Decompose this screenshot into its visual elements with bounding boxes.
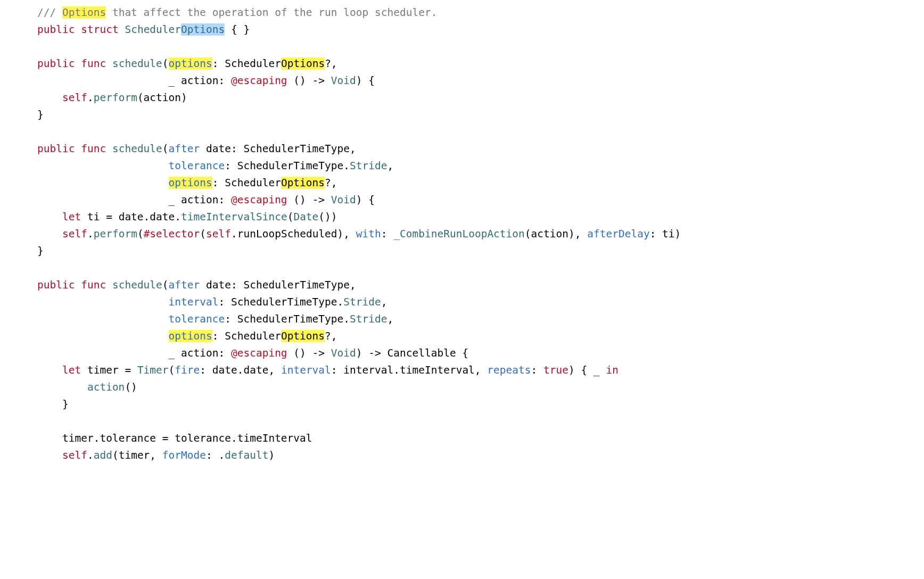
fn-schedule: schedule xyxy=(112,57,162,70)
kw-self: self xyxy=(62,228,87,240)
type-void: Void xyxy=(331,194,356,206)
param-repeats: repeats xyxy=(487,364,531,376)
fn-schedule: schedule xyxy=(112,279,162,291)
param-with: with xyxy=(356,228,381,240)
type-date: Date xyxy=(293,211,318,223)
kw-public: public xyxy=(37,279,75,291)
kw-selector: #selector xyxy=(144,228,200,240)
kw-let: let xyxy=(62,364,81,376)
highlight-options-selected: Options xyxy=(181,23,225,36)
param-options: options xyxy=(169,330,212,342)
param-after: after xyxy=(169,143,200,155)
param-after: after xyxy=(169,279,200,291)
call-perform: perform xyxy=(94,228,137,240)
type-void: Void xyxy=(331,347,356,359)
kw-public: public xyxy=(37,23,75,36)
kw-escaping: @escaping xyxy=(231,194,287,206)
kw-let: let xyxy=(62,211,81,223)
kw-func: func xyxy=(81,279,106,291)
kw-self: self xyxy=(62,449,87,461)
kw-public: public xyxy=(37,57,75,70)
kw-public: public xyxy=(37,143,75,155)
call-add: add xyxy=(94,449,112,461)
kw-in: in xyxy=(606,364,618,376)
param-interval: interval xyxy=(169,296,219,308)
param-tolerance: tolerance xyxy=(169,313,225,325)
highlight-options: Options xyxy=(281,330,325,342)
call-action: action xyxy=(87,381,125,393)
fn-schedule: schedule xyxy=(112,143,162,155)
param-afterdelay: afterDelay xyxy=(587,228,649,240)
kw-escaping: @escaping xyxy=(231,347,287,359)
kw-escaping: @escaping xyxy=(231,75,287,87)
type-stride: Stride xyxy=(350,160,387,172)
param-options: options xyxy=(169,177,212,189)
param-tolerance: tolerance xyxy=(169,160,225,172)
highlight-options: Options xyxy=(281,57,325,70)
type-void: Void xyxy=(331,75,356,87)
enum-default: default xyxy=(225,449,268,461)
kw-self: self xyxy=(62,92,87,104)
call-timeintervalsince: timeIntervalSince xyxy=(181,211,287,223)
type-timer: Timer xyxy=(137,364,169,376)
code-block: /// Options that affect the operation of… xyxy=(0,0,924,468)
call-perform: perform xyxy=(94,92,137,104)
type-stride: Stride xyxy=(343,296,381,308)
doc-comment: /// Options that affect the operation of… xyxy=(37,6,437,19)
param-fire: fire xyxy=(175,364,200,376)
kw-func: func xyxy=(81,143,106,155)
param-options: options xyxy=(169,57,212,70)
highlight-options: Options xyxy=(62,6,106,19)
type-combinerunloopaction: _CombineRunLoopAction xyxy=(393,228,525,240)
type-scheduler: Scheduler xyxy=(125,23,181,36)
kw-true: true xyxy=(543,364,568,376)
kw-func: func xyxy=(81,57,106,70)
type-stride: Stride xyxy=(350,313,387,325)
param-formode: forMode xyxy=(162,449,206,461)
param-interval: interval xyxy=(281,364,331,376)
kw-struct: struct xyxy=(81,23,118,36)
highlight-options: Options xyxy=(281,177,325,189)
